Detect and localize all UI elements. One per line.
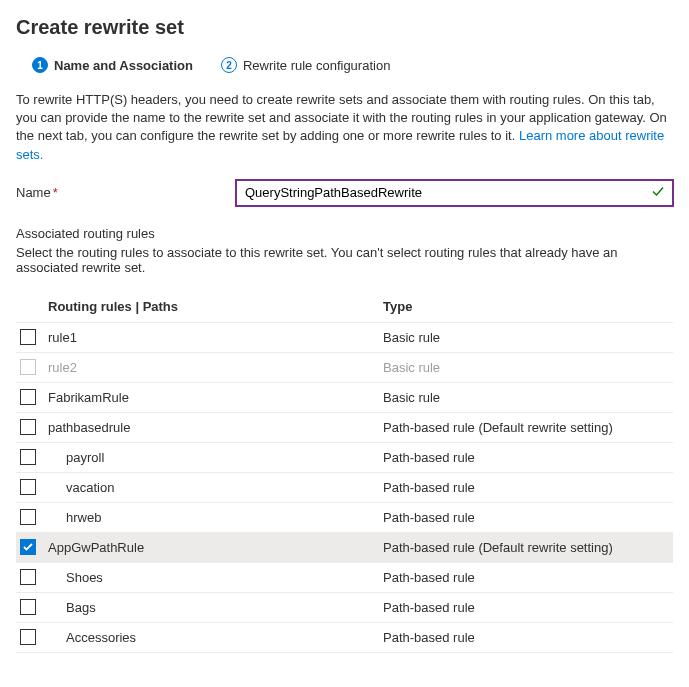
step-number-icon: 1 xyxy=(32,57,48,73)
rule-type: Basic rule xyxy=(383,390,673,405)
page-title: Create rewrite set xyxy=(16,16,673,39)
tab-label: Rewrite rule configuration xyxy=(243,58,390,73)
checkbox[interactable] xyxy=(20,599,36,615)
rule-name: hrweb xyxy=(46,510,383,525)
rule-type: Path-based rule xyxy=(383,570,673,585)
rule-name: FabrikamRule xyxy=(46,390,383,405)
name-input[interactable] xyxy=(236,180,673,206)
rule-name: pathbasedrule xyxy=(46,420,383,435)
rule-type: Path-based rule xyxy=(383,480,673,495)
table-row: rule2Basic rule xyxy=(16,353,673,383)
tab-name-and-association[interactable]: 1Name and Association xyxy=(32,57,193,77)
rule-type: Basic rule xyxy=(383,360,673,375)
table-row[interactable]: pathbasedrulePath-based rule (Default re… xyxy=(16,413,673,443)
table-row[interactable]: payrollPath-based rule xyxy=(16,443,673,473)
col-header-name: Routing rules | Paths xyxy=(46,299,383,314)
routing-rules-table: Routing rules | Paths Type rule1Basic ru… xyxy=(16,291,673,653)
checkbox[interactable] xyxy=(20,509,36,525)
table-row[interactable]: ShoesPath-based rule xyxy=(16,563,673,593)
table-row[interactable]: BagsPath-based rule xyxy=(16,593,673,623)
checkbox[interactable] xyxy=(20,389,36,405)
description: To rewrite HTTP(S) headers, you need to … xyxy=(16,91,673,164)
checkbox[interactable] xyxy=(20,539,36,555)
rule-type: Basic rule xyxy=(383,330,673,345)
wizard-tabs: 1Name and Association2Rewrite rule confi… xyxy=(16,57,673,77)
tab-rewrite-rule-configuration[interactable]: 2Rewrite rule configuration xyxy=(221,57,390,77)
checkbox[interactable] xyxy=(20,449,36,465)
table-header: Routing rules | Paths Type xyxy=(16,291,673,323)
col-header-type: Type xyxy=(383,299,673,314)
rule-type: Path-based rule (Default rewrite setting… xyxy=(383,540,673,555)
checkbox[interactable] xyxy=(20,479,36,495)
name-label: Name* xyxy=(16,185,236,200)
checkbox[interactable] xyxy=(20,419,36,435)
table-row[interactable]: rule1Basic rule xyxy=(16,323,673,353)
table-row[interactable]: hrwebPath-based rule xyxy=(16,503,673,533)
tab-label: Name and Association xyxy=(54,58,193,73)
table-row[interactable]: AppGwPathRulePath-based rule (Default re… xyxy=(16,533,673,563)
checkbox[interactable] xyxy=(20,569,36,585)
assoc-label: Associated routing rules xyxy=(16,226,673,241)
name-row: Name* xyxy=(16,180,673,206)
rule-type: Path-based rule xyxy=(383,600,673,615)
rule-name: payroll xyxy=(46,450,383,465)
rule-name: rule2 xyxy=(46,360,383,375)
rule-name: vacation xyxy=(46,480,383,495)
required-icon: * xyxy=(53,185,58,200)
checkbox[interactable] xyxy=(20,629,36,645)
table-row[interactable]: FabrikamRuleBasic rule xyxy=(16,383,673,413)
check-icon xyxy=(651,184,665,201)
rule-name: rule1 xyxy=(46,330,383,345)
checkbox[interactable] xyxy=(20,329,36,345)
rule-type: Path-based rule xyxy=(383,510,673,525)
table-row[interactable]: vacationPath-based rule xyxy=(16,473,673,503)
assoc-subtext: Select the routing rules to associate to… xyxy=(16,245,673,275)
rule-name: Shoes xyxy=(46,570,383,585)
rule-name: Bags xyxy=(46,600,383,615)
rule-type: Path-based rule xyxy=(383,450,673,465)
rule-type: Path-based rule xyxy=(383,630,673,645)
rule-name: AppGwPathRule xyxy=(46,540,383,555)
table-row[interactable]: AccessoriesPath-based rule xyxy=(16,623,673,653)
step-number-icon: 2 xyxy=(221,57,237,73)
checkbox xyxy=(20,359,36,375)
rule-name: Accessories xyxy=(46,630,383,645)
rule-type: Path-based rule (Default rewrite setting… xyxy=(383,420,673,435)
